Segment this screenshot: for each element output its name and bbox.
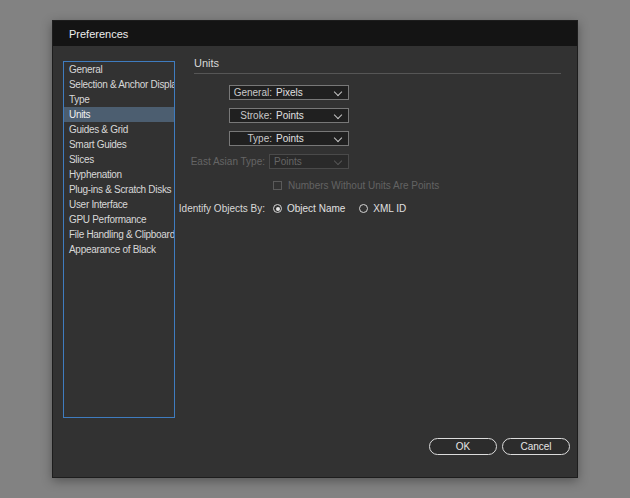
sidebar-item-file-handling-clipboard[interactable]: File Handling & Clipboard xyxy=(64,227,174,242)
chevron-down-icon xyxy=(334,134,342,142)
sidebar-item-appearance-of-black[interactable]: Appearance of Black xyxy=(64,242,174,257)
sidebar-item-type[interactable]: Type xyxy=(64,92,174,107)
identify-objects-by-label: Identify Objects By: xyxy=(53,201,265,216)
numbers-without-units-checkbox-label: Numbers Without Units Are Points xyxy=(288,180,439,191)
ok-button[interactable]: OK xyxy=(429,438,497,455)
type-units-dropdown-label: Type: xyxy=(230,133,272,144)
radio-xml-id-label: XML ID xyxy=(373,203,406,214)
radio-selected-icon xyxy=(273,204,282,213)
checkbox-icon xyxy=(273,181,282,190)
stroke-units-dropdown-value: Points xyxy=(276,110,304,121)
chevron-down-icon xyxy=(334,157,342,165)
dialog-title: Preferences xyxy=(69,28,128,40)
sidebar-item-smart-guides[interactable]: Smart Guides xyxy=(64,137,174,152)
east-asian-type-dropdown: Points xyxy=(269,154,349,169)
chevron-down-icon xyxy=(334,111,342,119)
panel-divider xyxy=(194,73,561,74)
panel-title: Units xyxy=(194,57,219,69)
general-units-dropdown-value: Pixels xyxy=(276,87,303,98)
radio-unselected-icon xyxy=(359,204,368,213)
preferences-category-list: General Selection & Anchor Display Type … xyxy=(63,61,175,418)
preferences-dialog: Preferences General Selection & Anchor D… xyxy=(52,20,578,478)
general-units-dropdown-label: General: xyxy=(230,87,272,98)
east-asian-type-dropdown-value: Points xyxy=(274,156,302,167)
sidebar-item-plugins-scratch-disks[interactable]: Plug-ins & Scratch Disks xyxy=(64,182,174,197)
sidebar-item-general[interactable]: General xyxy=(64,62,174,77)
type-units-dropdown[interactable]: Type: Points xyxy=(229,131,349,146)
stroke-units-dropdown-label: Stroke: xyxy=(230,110,272,121)
cancel-button[interactable]: Cancel xyxy=(502,438,570,455)
radio-object-name-label: Object Name xyxy=(287,203,345,214)
stroke-units-dropdown[interactable]: Stroke: Points xyxy=(229,108,349,123)
sidebar-item-selection-anchor-display[interactable]: Selection & Anchor Display xyxy=(64,77,174,92)
sidebar-item-hyphenation[interactable]: Hyphenation xyxy=(64,167,174,182)
type-units-dropdown-value: Points xyxy=(276,133,304,144)
chevron-down-icon xyxy=(334,88,342,96)
numbers-without-units-checkbox-row: Numbers Without Units Are Points xyxy=(273,178,439,193)
radio-object-name[interactable]: Object Name xyxy=(273,203,345,214)
sidebar-item-guides-grid[interactable]: Guides & Grid xyxy=(64,122,174,137)
sidebar-item-units[interactable]: Units xyxy=(64,107,174,122)
dialog-titlebar[interactable]: Preferences xyxy=(53,21,577,46)
radio-xml-id[interactable]: XML ID xyxy=(359,203,406,214)
identify-objects-radio-group: Object Name XML ID xyxy=(273,201,406,216)
general-units-dropdown[interactable]: General: Pixels xyxy=(229,85,349,100)
east-asian-type-dropdown-label: East Asian Type: xyxy=(53,154,265,169)
